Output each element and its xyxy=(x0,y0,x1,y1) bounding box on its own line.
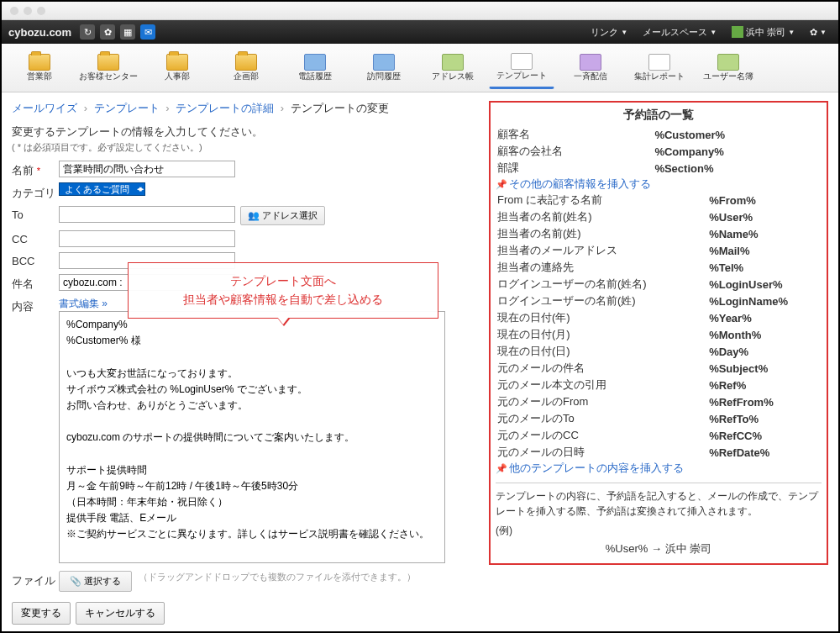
folder-icon[interactable]: ▦ xyxy=(120,24,135,40)
traffic-light-close[interactable] xyxy=(10,7,18,15)
toolbar-item-8[interactable]: 一斉配信 xyxy=(558,47,623,89)
format-edit-link[interactable]: 書式編集 » xyxy=(59,298,108,309)
user-menu[interactable]: 浜中 崇司▼ xyxy=(727,24,800,41)
label-body: 内容 xyxy=(12,297,59,314)
toolbar-label: 一斉配信 xyxy=(574,71,607,82)
toolbar-label: 人事部 xyxy=(165,71,190,82)
reserved-label: 元のメールの件名 xyxy=(496,360,707,377)
reserved-example-label: (例) xyxy=(496,524,822,538)
reserved-row: 現在の日付(年)%Year% xyxy=(496,309,822,326)
reserved-words-box: 予約語の一覧 顧客名%Customer%顧客の会社名%Company%部課%Se… xyxy=(489,101,828,565)
label-name: 名前 * xyxy=(12,161,59,178)
reserved-token: %User% xyxy=(707,208,822,225)
reserved-description: テンプレートの内容に、予約語を記入すると、メールの作成で、テンプレートを挿入する… xyxy=(496,483,822,519)
reserved-row: 顧客名%Customer% xyxy=(496,126,822,143)
label-bcc: BCC xyxy=(12,252,59,267)
breadcrumb-current: テンプレートの変更 xyxy=(291,102,389,114)
folder-icon xyxy=(235,54,257,71)
toolbar-item-3[interactable]: 企画部 xyxy=(213,47,279,89)
reserved-title: 予約語の一覧 xyxy=(496,104,822,126)
reserved-label: 顧客名 xyxy=(496,126,653,143)
avatar-icon xyxy=(732,26,743,38)
reserved-label: 顧客の会社名 xyxy=(496,143,653,160)
reserved-token: %LoginName% xyxy=(707,293,822,309)
toolbar-item-2[interactable]: 人事部 xyxy=(144,47,210,89)
cancel-button[interactable]: キャンセルする xyxy=(76,602,165,625)
category-select[interactable]: よくあるご質問 xyxy=(59,182,145,196)
toolbar-label: 訪問履歴 xyxy=(367,71,401,82)
pin-icon: 📌 xyxy=(496,463,507,473)
toolbar-item-7[interactable]: テンプレート xyxy=(489,47,554,89)
reserved-label: From に表記する名前 xyxy=(496,192,707,208)
save-button[interactable]: 変更する xyxy=(12,602,71,625)
toolbar-item-0[interactable]: 営業部 xyxy=(7,47,72,89)
traffic-light-min[interactable] xyxy=(24,7,32,15)
reserved-row: 部課%Section% xyxy=(496,160,822,177)
settings-menu[interactable]: ✿▼ xyxy=(805,24,832,40)
reserved-token: %RefCC% xyxy=(707,427,822,444)
insert-template-link[interactable]: 他のテンプレートの内容を挿入する xyxy=(509,462,684,474)
reserved-token: %Mail% xyxy=(707,242,822,259)
file-note: （ドラッグアンドドロップでも複数のファイルを添付できます。） xyxy=(139,571,416,583)
toolbar-label: ユーザー名簿 xyxy=(703,71,753,82)
reserved-row: 現在の日付(月)%Month% xyxy=(496,326,822,343)
reserved-label: 元のメールのFrom xyxy=(496,393,707,410)
reserved-row: 元のメールの件名%Subject% xyxy=(496,360,822,377)
main-pane: メールワイズ › テンプレート › テンプレートの詳細 › テンプレートの変更 … xyxy=(2,92,486,631)
reserved-row: 担当者の名前(姓名)%User% xyxy=(496,208,822,225)
reserved-row: 元のメールのFrom%RefFrom% xyxy=(496,393,822,410)
toolbar-item-4[interactable]: 電話履歴 xyxy=(282,47,348,89)
insert-customer-info-link[interactable]: その他の顧客情報を挿入する xyxy=(509,177,651,190)
reserved-example-value: %User% → 浜中 崇司 xyxy=(496,541,822,557)
traffic-light-max[interactable] xyxy=(37,7,45,15)
reserved-row: 顧客の会社名%Company% xyxy=(496,143,822,160)
reserved-token: %Name% xyxy=(707,225,822,242)
reload-icon[interactable]: ↻ xyxy=(80,24,95,40)
reserved-token: %Subject% xyxy=(707,360,822,377)
label-to: To xyxy=(12,206,59,221)
toolbar-item-9[interactable]: 集計レポート xyxy=(627,47,692,89)
folder-icon xyxy=(373,54,395,71)
toolbar-item-5[interactable]: 訪問履歴 xyxy=(351,47,417,89)
reserved-label: 元のメールの日時 xyxy=(496,444,707,461)
reserved-label: 元のメール本文の引用 xyxy=(496,377,707,393)
to-input[interactable] xyxy=(59,206,235,223)
reserved-token: %From% xyxy=(707,192,822,208)
breadcrumb: メールワイズ › テンプレート › テンプレートの詳細 › テンプレートの変更 xyxy=(12,101,475,116)
link-menu[interactable]: リンク▼ xyxy=(585,24,633,41)
reserved-row: 元のメールのCC%RefCC% xyxy=(496,427,822,444)
brand-label: cybozu.com xyxy=(8,26,71,39)
pin-icon: 📌 xyxy=(496,179,507,189)
toolbar-label: 集計レポート xyxy=(634,71,685,82)
toolbar-label: 電話履歴 xyxy=(298,71,332,82)
reserved-label: 現在の日付(年) xyxy=(496,309,707,326)
reserved-row: 担当者の名前(姓)%Name% xyxy=(496,225,822,242)
toolbar-item-10[interactable]: ユーザー名簿 xyxy=(696,47,761,89)
folder-icon xyxy=(580,54,601,71)
gear-icon[interactable]: ✿ xyxy=(100,24,115,40)
file-select-button[interactable]: 📎 選択する xyxy=(59,571,132,592)
toolbar-item-1[interactable]: お客様センター xyxy=(76,47,141,89)
folder-icon xyxy=(442,54,464,71)
reserved-label: ログインユーザーの名前(姓) xyxy=(496,293,707,309)
body-editor[interactable] xyxy=(59,311,445,563)
reserved-token: %LoginUser% xyxy=(707,276,822,293)
reserved-token: %Company% xyxy=(653,143,822,160)
cc-input[interactable] xyxy=(59,230,235,247)
app-topbar: cybozu.com ↻ ✿ ▦ ✉ リンク▼ メールスペース▼ 浜中 崇司▼ … xyxy=(2,20,838,44)
reserved-token: %Section% xyxy=(653,160,822,177)
mailspace-menu[interactable]: メールスペース▼ xyxy=(638,24,722,41)
reserved-label: 現在の日付(日) xyxy=(496,343,707,360)
toolbar-item-6[interactable]: アドレス帳 xyxy=(420,47,486,89)
breadcrumb-link[interactable]: メールワイズ xyxy=(12,102,77,114)
reserved-label: 担当者の名前(姓) xyxy=(496,225,707,242)
address-select-button[interactable]: 👥 アドレス選択 xyxy=(240,206,325,225)
breadcrumb-link[interactable]: テンプレート xyxy=(94,102,160,114)
toolbar-label: テンプレート xyxy=(496,70,547,82)
reserved-label: 担当者のメールアドレス xyxy=(496,242,707,259)
folder-icon xyxy=(97,54,119,71)
name-input[interactable] xyxy=(59,161,235,177)
breadcrumb-link[interactable]: テンプレートの詳細 xyxy=(176,102,274,114)
folder-icon xyxy=(304,54,326,71)
mail-icon[interactable]: ✉ xyxy=(140,24,155,40)
